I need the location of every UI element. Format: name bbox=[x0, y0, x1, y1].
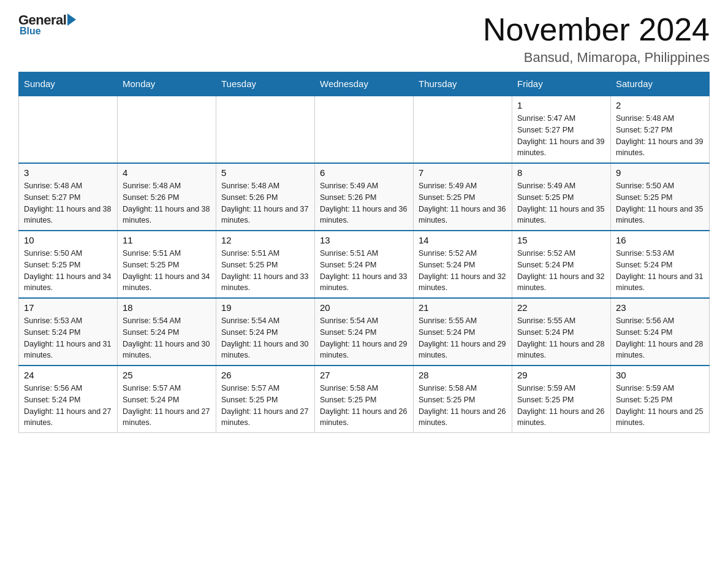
calendar-cell: 22Sunrise: 5:55 AMSunset: 5:24 PMDayligh… bbox=[512, 298, 611, 366]
day-info: Sunrise: 5:53 AMSunset: 5:24 PMDaylight:… bbox=[24, 315, 112, 361]
calendar-header-thursday: Thursday bbox=[414, 72, 512, 96]
calendar-cell: 17Sunrise: 5:53 AMSunset: 5:24 PMDayligh… bbox=[19, 298, 118, 366]
main-title: November 2024 bbox=[483, 12, 710, 47]
calendar-cell bbox=[315, 96, 414, 163]
day-number: 4 bbox=[123, 167, 211, 178]
day-info: Sunrise: 5:59 AMSunset: 5:25 PMDaylight:… bbox=[616, 383, 704, 429]
logo-blue-text: Blue bbox=[20, 26, 41, 37]
day-number: 13 bbox=[320, 235, 408, 245]
day-number: 24 bbox=[24, 370, 112, 380]
calendar-week-row: 24Sunrise: 5:56 AMSunset: 5:24 PMDayligh… bbox=[19, 366, 710, 433]
day-info: Sunrise: 5:52 AMSunset: 5:24 PMDaylight:… bbox=[419, 248, 507, 294]
calendar-cell bbox=[414, 96, 512, 163]
day-number: 7 bbox=[419, 167, 507, 178]
calendar-cell: 30Sunrise: 5:59 AMSunset: 5:25 PMDayligh… bbox=[611, 366, 710, 433]
day-info: Sunrise: 5:52 AMSunset: 5:24 PMDaylight:… bbox=[517, 248, 605, 294]
day-info: Sunrise: 5:48 AMSunset: 5:26 PMDaylight:… bbox=[221, 180, 309, 226]
calendar-cell: 14Sunrise: 5:52 AMSunset: 5:24 PMDayligh… bbox=[414, 231, 512, 298]
day-number: 27 bbox=[320, 370, 408, 380]
calendar-cell: 6Sunrise: 5:49 AMSunset: 5:26 PMDaylight… bbox=[315, 163, 414, 231]
day-number: 23 bbox=[616, 302, 704, 313]
calendar-cell: 27Sunrise: 5:58 AMSunset: 5:25 PMDayligh… bbox=[315, 366, 414, 433]
day-info: Sunrise: 5:56 AMSunset: 5:24 PMDaylight:… bbox=[616, 315, 704, 361]
day-info: Sunrise: 5:57 AMSunset: 5:25 PMDaylight:… bbox=[221, 383, 309, 429]
calendar-table: SundayMondayTuesdayWednesdayThursdayFrid… bbox=[18, 72, 710, 433]
day-number: 17 bbox=[24, 302, 112, 313]
day-info: Sunrise: 5:58 AMSunset: 5:25 PMDaylight:… bbox=[320, 383, 408, 429]
calendar-cell: 10Sunrise: 5:50 AMSunset: 5:25 PMDayligh… bbox=[19, 231, 118, 298]
calendar-cell: 29Sunrise: 5:59 AMSunset: 5:25 PMDayligh… bbox=[512, 366, 611, 433]
calendar-week-row: 17Sunrise: 5:53 AMSunset: 5:24 PMDayligh… bbox=[19, 298, 710, 366]
title-section: November 2024 Bansud, Mimaropa, Philippi… bbox=[483, 12, 710, 66]
calendar-cell bbox=[118, 96, 216, 163]
calendar-cell: 25Sunrise: 5:57 AMSunset: 5:24 PMDayligh… bbox=[118, 366, 216, 433]
calendar-week-row: 10Sunrise: 5:50 AMSunset: 5:25 PMDayligh… bbox=[19, 231, 710, 298]
day-number: 26 bbox=[221, 370, 309, 380]
day-info: Sunrise: 5:54 AMSunset: 5:24 PMDaylight:… bbox=[320, 315, 408, 361]
calendar-cell bbox=[216, 96, 315, 163]
day-number: 15 bbox=[517, 235, 605, 245]
day-number: 25 bbox=[123, 370, 211, 380]
day-info: Sunrise: 5:54 AMSunset: 5:24 PMDaylight:… bbox=[123, 315, 211, 361]
calendar-header-row: SundayMondayTuesdayWednesdayThursdayFrid… bbox=[19, 72, 710, 96]
day-info: Sunrise: 5:59 AMSunset: 5:25 PMDaylight:… bbox=[517, 383, 605, 429]
calendar-header-friday: Friday bbox=[512, 72, 611, 96]
calendar-cell: 7Sunrise: 5:49 AMSunset: 5:25 PMDaylight… bbox=[414, 163, 512, 231]
day-number: 20 bbox=[320, 302, 408, 313]
subtitle: Bansud, Mimaropa, Philippines bbox=[483, 50, 710, 66]
calendar-cell bbox=[19, 96, 118, 163]
day-number: 29 bbox=[517, 370, 605, 380]
calendar-week-row: 1Sunrise: 5:47 AMSunset: 5:27 PMDaylight… bbox=[19, 96, 710, 163]
day-info: Sunrise: 5:50 AMSunset: 5:25 PMDaylight:… bbox=[24, 248, 112, 294]
day-number: 21 bbox=[419, 302, 507, 313]
day-info: Sunrise: 5:57 AMSunset: 5:24 PMDaylight:… bbox=[123, 383, 211, 429]
day-number: 2 bbox=[616, 100, 704, 110]
calendar-cell: 21Sunrise: 5:55 AMSunset: 5:24 PMDayligh… bbox=[414, 298, 512, 366]
day-number: 28 bbox=[419, 370, 507, 380]
day-info: Sunrise: 5:58 AMSunset: 5:25 PMDaylight:… bbox=[419, 383, 507, 429]
day-info: Sunrise: 5:51 AMSunset: 5:25 PMDaylight:… bbox=[221, 248, 309, 294]
calendar-cell: 5Sunrise: 5:48 AMSunset: 5:26 PMDaylight… bbox=[216, 163, 315, 231]
page-header: General Blue November 2024 Bansud, Mimar… bbox=[18, 12, 710, 66]
calendar-cell: 2Sunrise: 5:48 AMSunset: 5:27 PMDaylight… bbox=[611, 96, 710, 163]
calendar-cell: 19Sunrise: 5:54 AMSunset: 5:24 PMDayligh… bbox=[216, 298, 315, 366]
day-number: 19 bbox=[221, 302, 309, 313]
calendar-cell: 8Sunrise: 5:49 AMSunset: 5:25 PMDaylight… bbox=[512, 163, 611, 231]
day-number: 30 bbox=[616, 370, 704, 380]
calendar-header-tuesday: Tuesday bbox=[216, 72, 315, 96]
day-info: Sunrise: 5:54 AMSunset: 5:24 PMDaylight:… bbox=[221, 315, 309, 361]
calendar-cell: 1Sunrise: 5:47 AMSunset: 5:27 PMDaylight… bbox=[512, 96, 611, 163]
day-info: Sunrise: 5:48 AMSunset: 5:27 PMDaylight:… bbox=[616, 113, 704, 159]
calendar-cell: 12Sunrise: 5:51 AMSunset: 5:25 PMDayligh… bbox=[216, 231, 315, 298]
day-number: 22 bbox=[517, 302, 605, 313]
calendar-header-sunday: Sunday bbox=[19, 72, 118, 96]
calendar-cell: 4Sunrise: 5:48 AMSunset: 5:26 PMDaylight… bbox=[118, 163, 216, 231]
day-number: 3 bbox=[24, 167, 112, 178]
day-number: 18 bbox=[123, 302, 211, 313]
calendar-cell: 20Sunrise: 5:54 AMSunset: 5:24 PMDayligh… bbox=[315, 298, 414, 366]
calendar-header-wednesday: Wednesday bbox=[315, 72, 414, 96]
day-number: 10 bbox=[24, 235, 112, 245]
day-info: Sunrise: 5:53 AMSunset: 5:24 PMDaylight:… bbox=[616, 248, 704, 294]
day-number: 1 bbox=[517, 100, 605, 110]
day-number: 5 bbox=[221, 167, 309, 178]
day-number: 6 bbox=[320, 167, 408, 178]
day-number: 14 bbox=[419, 235, 507, 245]
calendar-cell: 9Sunrise: 5:50 AMSunset: 5:25 PMDaylight… bbox=[611, 163, 710, 231]
calendar-header-saturday: Saturday bbox=[611, 72, 710, 96]
calendar-header-monday: Monday bbox=[118, 72, 216, 96]
calendar-cell: 24Sunrise: 5:56 AMSunset: 5:24 PMDayligh… bbox=[19, 366, 118, 433]
calendar-cell: 3Sunrise: 5:48 AMSunset: 5:27 PMDaylight… bbox=[19, 163, 118, 231]
calendar-cell: 16Sunrise: 5:53 AMSunset: 5:24 PMDayligh… bbox=[611, 231, 710, 298]
day-info: Sunrise: 5:49 AMSunset: 5:26 PMDaylight:… bbox=[320, 180, 408, 226]
day-info: Sunrise: 5:49 AMSunset: 5:25 PMDaylight:… bbox=[419, 180, 507, 226]
day-info: Sunrise: 5:56 AMSunset: 5:24 PMDaylight:… bbox=[24, 383, 112, 429]
logo-triangle-icon bbox=[67, 13, 76, 26]
day-info: Sunrise: 5:47 AMSunset: 5:27 PMDaylight:… bbox=[517, 113, 605, 159]
calendar-cell: 13Sunrise: 5:51 AMSunset: 5:24 PMDayligh… bbox=[315, 231, 414, 298]
day-info: Sunrise: 5:49 AMSunset: 5:25 PMDaylight:… bbox=[517, 180, 605, 226]
calendar-cell: 15Sunrise: 5:52 AMSunset: 5:24 PMDayligh… bbox=[512, 231, 611, 298]
day-number: 12 bbox=[221, 235, 309, 245]
day-info: Sunrise: 5:55 AMSunset: 5:24 PMDaylight:… bbox=[517, 315, 605, 361]
day-info: Sunrise: 5:55 AMSunset: 5:24 PMDaylight:… bbox=[419, 315, 507, 361]
